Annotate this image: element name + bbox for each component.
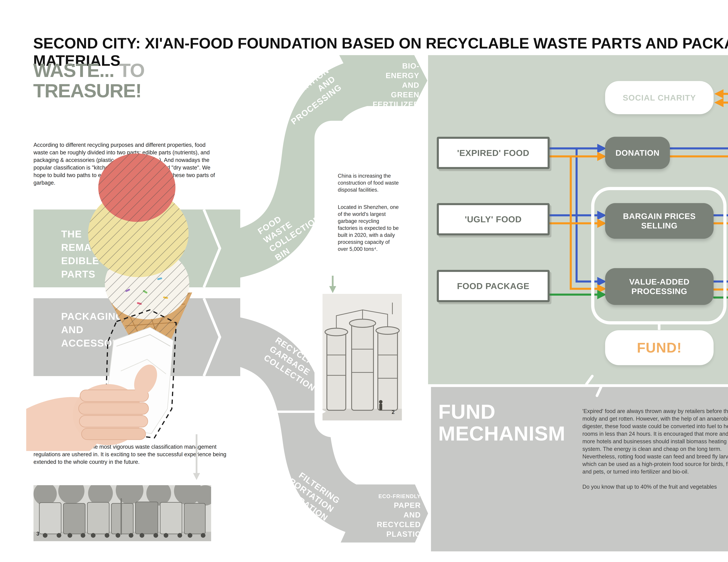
node-ugly-food: 'UGLY' FOOD (437, 203, 550, 236)
fund-mechanism-heading: FUND MECHANISM (438, 401, 598, 444)
fund-column-1: 'Expired' food are always thrown away by… (582, 407, 728, 491)
node-value-added: VALUE-ADDED PROCESSING (605, 268, 714, 305)
node-expired-food: 'EXPIRED' FOOD (437, 137, 550, 169)
node-fund: FUND! (605, 330, 714, 365)
poster-page: { "page": { "title": "SECOND CITY: XI'AN… (0, 0, 728, 562)
node-donation: DONATION (605, 137, 670, 169)
node-food-package: FOOD PACKAGE (437, 270, 550, 302)
node-social-charity: SOCIAL CHARITY (605, 81, 714, 114)
node-bargain-prices: BARGAIN PRICES SELLING (605, 203, 714, 239)
